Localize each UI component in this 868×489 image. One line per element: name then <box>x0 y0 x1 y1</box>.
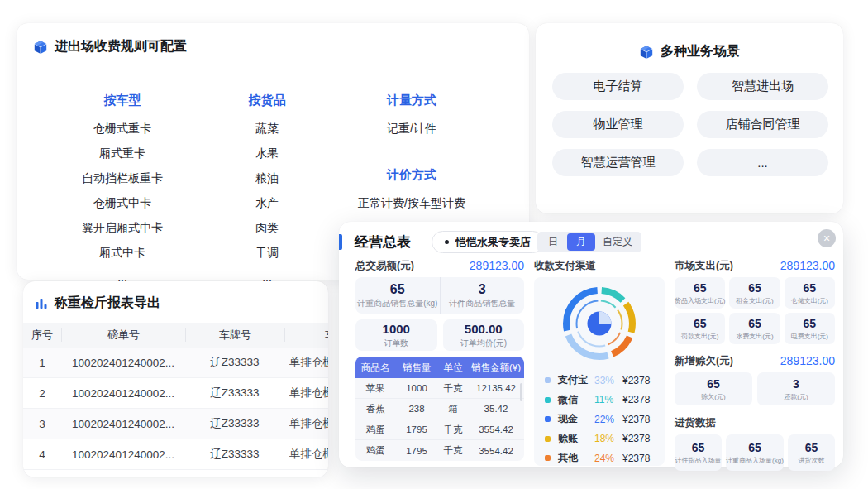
scenario-button-entry-exit[interactable]: 智慧进出场 <box>697 73 828 100</box>
legend-item-wechat: 微信 11% ¥2378 <box>545 391 654 410</box>
order-average-card: 500.00 订单均价(元) <box>443 319 525 351</box>
stat-value: 65 <box>748 281 761 295</box>
stat-value: 65 <box>694 281 707 295</box>
channels-title: 收款支付渠道 <box>534 259 596 273</box>
scenario-button-more[interactable]: ... <box>697 149 828 176</box>
scenario-buttons: 电子结算 智慧进出场 物业管理 店铺合同管理 智慧运营管理 ... <box>552 73 828 176</box>
credit-cards: 65 赊欠(元) 3 还款(元) <box>675 372 835 405</box>
product-sales-table: 商品名 销售量 单位 销售金额(¥) 苹果 1000 千克 12135.42 香… <box>355 357 524 461</box>
store-selector[interactable]: 恺恺水果专卖店 <box>432 231 544 253</box>
stat-label: 还款(元) <box>784 392 808 401</box>
stat-label: 计重商品入场量(kg) <box>726 456 784 465</box>
table-scrollbar[interactable] <box>520 383 522 401</box>
cell-product: 苹果 <box>355 382 395 395</box>
stat-card: 65 电费支出(元) <box>785 313 835 344</box>
close-icon[interactable]: ✕ <box>818 229 836 247</box>
stat-value: 500.00 <box>465 322 503 336</box>
cell-amount: 35.42 <box>468 404 524 414</box>
rules-item: 水产 <box>213 190 321 215</box>
cell-ticket-no: 100202401240002... <box>61 448 185 461</box>
stat-label: 租金支出(元) <box>736 296 773 305</box>
cell-index: 2 <box>23 387 61 400</box>
cell-index: 4 <box>23 448 61 461</box>
stat-value: 65 <box>748 441 761 455</box>
cell-ticket-no: 100202401240002... <box>61 387 185 400</box>
order-count-card: 1000 订单数 <box>355 319 437 351</box>
legend-name: 微信 <box>558 393 594 407</box>
title-accent-bar <box>339 234 342 250</box>
rules-column-goods: 按货品 蔬菜 水果 粮油 水产 肉类 干调 ... <box>213 88 321 290</box>
cell-vehicle-type: 单排仓栅式 <box>284 355 328 370</box>
legend-item-other: 其他 24% ¥2378 <box>545 448 654 468</box>
bar-chart-icon <box>35 297 48 310</box>
cell-amount: 3554.42 <box>468 446 524 456</box>
cell-unit: 千克 <box>438 382 468 395</box>
weighing-report-panel: 称重检斤报表导出 序号 磅单号 车牌号 车型 1 100202401240002… <box>23 281 328 477</box>
legend-marker <box>545 436 551 442</box>
cell-plate-no: 辽Z33333 <box>185 355 284 370</box>
stat-value: 65 <box>692 441 705 455</box>
business-summary-panel: 经营总表 恺恺水果专卖店 日 月 自定义 ✕ 总交易额(元) 289123.00… <box>339 222 843 467</box>
scenario-button-contract[interactable]: 店铺合同管理 <box>697 111 828 138</box>
tab-custom[interactable]: 自定义 <box>595 233 640 251</box>
cell-unit: 千克 <box>438 444 468 457</box>
rules-section-header: 计量方式 <box>336 88 488 113</box>
rules-column-vehicle: 按车型 仓栅式重卡 厢式重卡 自动挡栏板重卡 仓栅式中卡 翼开启厢式中卡 厢式中… <box>48 88 197 290</box>
cell-amount: 12135.42 <box>468 383 524 393</box>
stat-value: 65 <box>805 441 818 455</box>
legend-marker <box>545 377 551 383</box>
stat-value: 65 <box>390 282 405 296</box>
cell-amount: 3554.42 <box>468 424 524 434</box>
legend-marker <box>545 455 551 461</box>
legend-percent: 24% <box>594 453 622 464</box>
stat-value: 65 <box>707 377 720 391</box>
cell-qty: 238 <box>395 404 438 414</box>
scenario-button-property[interactable]: 物业管理 <box>552 111 684 138</box>
cell-plate-no: 辽Z33333 <box>185 416 284 431</box>
stat-card: 65 计重商品入场量(kg) <box>726 434 784 471</box>
stat-label: 罚款支出(元) <box>681 332 718 341</box>
tab-day[interactable]: 日 <box>539 233 567 251</box>
rules-item: 正常计费/按车型计费 <box>336 190 488 215</box>
scenarios-title: 多种业务场景 <box>536 23 843 60</box>
legend-name: 赊账 <box>558 432 594 446</box>
column-header: 车牌号 <box>185 328 284 342</box>
store-dot-icon <box>445 240 449 244</box>
cell-vehicle-type: 单排仓栅式 <box>284 416 328 431</box>
cell-ticket-no: 100202401240002... <box>61 357 185 369</box>
stat-value: 65 <box>694 317 707 331</box>
rules-item: 肉类 <box>213 215 321 240</box>
purchase-cards: 65 计件货品入场量 65 计重商品入场量(kg) 65 进货次数 <box>675 434 835 471</box>
table-row: 鸡蛋 1795 千克 3554.42 <box>355 419 524 440</box>
legend-name: 支付宝 <box>558 373 594 387</box>
cell-product: 鸡蛋 <box>355 424 395 436</box>
purchase-label: 进货数据 <box>675 416 716 430</box>
scenario-button-operation[interactable]: 智慧运营管理 <box>552 149 684 176</box>
tab-month[interactable]: 月 <box>567 233 595 251</box>
scenario-button-settlement[interactable]: 电子结算 <box>552 73 684 100</box>
rules-item: 干调 <box>213 240 321 265</box>
stat-value: 3 <box>479 282 486 296</box>
stat-value: 65 <box>804 281 817 295</box>
fee-rules-title-text: 进出场收费规则可配置 <box>55 38 187 55</box>
stat-label: 货品入场支出(元) <box>675 296 725 305</box>
stat-card: 65 罚款支出(元) <box>675 313 725 344</box>
stat-card: 65 水费支出(元) <box>729 313 780 344</box>
table-header-row: 商品名 销售量 单位 销售金额(¥) <box>355 357 524 378</box>
stat-label: 仓储支出(元) <box>791 296 828 305</box>
stat-label: 计重商品销售总量(kg) <box>357 298 437 309</box>
rules-item: 粮油 <box>213 165 321 190</box>
stat-card: 3 还款(元) <box>757 372 835 405</box>
scenarios-panel: 多种业务场景 电子结算 智慧进出场 物业管理 店铺合同管理 智慧运营管理 ... <box>536 23 843 213</box>
stat-label: 水费支出(元) <box>736 332 773 341</box>
column-header: 销售金额(¥) <box>468 362 524 374</box>
rules-section-header: 计价方式 <box>336 162 488 187</box>
stat-label: 赊欠(元) <box>701 392 725 401</box>
store-name: 恺恺水果专卖店 <box>455 235 531 250</box>
total-transaction-value: 289123.00 <box>470 259 524 272</box>
table-row: 鸡蛋 1795 千克 3554.42 <box>355 440 524 461</box>
payment-donut-chart <box>534 280 665 367</box>
table-header-row: 序号 磅单号 车牌号 车型 <box>23 323 328 348</box>
legend-percent: 33% <box>594 375 622 386</box>
cell-product: 香蕉 <box>355 403 395 415</box>
